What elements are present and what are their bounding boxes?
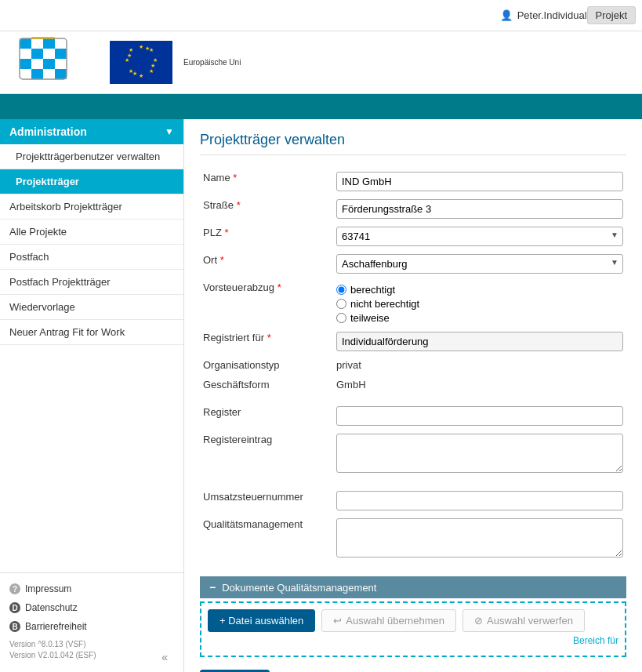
- sidebar-item-postfach-pt[interactable]: Postfach Projektträger: [0, 270, 183, 295]
- svg-text:★: ★: [149, 68, 154, 74]
- barrierefreiheit-label: Barrierefreiheit: [25, 621, 87, 632]
- user-info: 👤 Peter.Individual: [500, 9, 587, 21]
- auswahl-uebernehmen-button[interactable]: ↩ Auswahl übernehmen: [321, 609, 456, 632]
- registriert-input: [336, 332, 623, 351]
- svg-rect-10: [31, 59, 43, 69]
- svg-rect-6: [31, 49, 43, 59]
- radio-teilweise-input[interactable]: [336, 313, 346, 323]
- svg-text:★: ★: [153, 57, 158, 63]
- svg-rect-15: [43, 69, 55, 79]
- header-logos: ★ ★ ★ ★ ★ ★ ★ ★ ★ ★ ★ ★ Europäische Uni: [0, 31, 642, 94]
- spacer-row2: [200, 479, 626, 487]
- sidebar-item-label: Alle Projekte: [9, 226, 67, 238]
- sidebar-item-postfach[interactable]: Postfach: [0, 245, 183, 270]
- sidebar-item-wiedervorlage[interactable]: Wiedervorlage: [0, 295, 183, 320]
- radio-berechtigt[interactable]: berechtigt: [336, 284, 623, 296]
- section-dokumente-label: Dokumente Qualitätsmanagement: [222, 582, 376, 594]
- datenschutz-label: Datenschutz: [25, 602, 78, 613]
- sidebar-datenschutz[interactable]: D Datenschutz: [0, 598, 183, 617]
- ban-icon: ⊘: [474, 615, 483, 627]
- datenschutz-icon: D: [9, 602, 20, 613]
- svg-rect-1: [20, 38, 31, 49]
- bavaria-logo: [8, 35, 94, 90]
- geschaeftsform-value: GmbH: [336, 375, 366, 390]
- section-toggle-icon: −: [209, 581, 216, 594]
- svg-text:★: ★: [139, 73, 143, 78]
- strasse-input[interactable]: [336, 199, 623, 219]
- register-input[interactable]: [336, 406, 623, 426]
- qualitaetsmanagement-textarea[interactable]: [336, 518, 623, 558]
- sidebar-item-neuer-antrag[interactable]: Neuer Antrag Fit for Work: [0, 320, 183, 345]
- form-row-organisationstyp: Organisationstyp privat: [200, 355, 626, 375]
- radio-nicht-berechtigt-input[interactable]: [336, 299, 346, 309]
- svg-text:★: ★: [127, 53, 132, 58]
- name-input[interactable]: [336, 172, 623, 191]
- plz-label: PLZ *: [200, 223, 333, 250]
- content-area: Projektträger verwalten Name *: [184, 119, 642, 672]
- sidebar-item-arbeitskorb[interactable]: Arbeitskorb Projektträger: [0, 194, 183, 220]
- form-row-registriert: Registriert für *: [200, 328, 626, 355]
- svg-rect-9: [20, 59, 31, 69]
- sidebar-item-label: Arbeitskorb Projektträger: [9, 201, 122, 212]
- radio-berechtigt-input[interactable]: [336, 285, 346, 295]
- sidebar-admin-header[interactable]: Administration ▼: [0, 119, 183, 144]
- form-row-geschaeftsform: Geschäftsform GmbH: [200, 375, 626, 394]
- organisationstyp-value: privat: [336, 355, 361, 371]
- qualitaetsmanagement-label: Qualitätsmanagement: [200, 514, 333, 564]
- svg-marker-18: [31, 37, 55, 38]
- sidebar-item-label: Projektträgerbenutzer verwalten: [16, 151, 160, 162]
- sidebar-impressum[interactable]: ? Impressum: [0, 579, 183, 598]
- umsatzsteuer-input[interactable]: [336, 491, 623, 510]
- svg-rect-7: [43, 49, 55, 59]
- svg-text:★: ★: [132, 71, 137, 76]
- admin-label: Administration: [9, 125, 87, 138]
- form-table: Name * Straße *: [200, 168, 626, 564]
- datei-auswaehlen-button[interactable]: + Datei auswählen: [208, 609, 315, 632]
- user-icon: 👤: [500, 9, 513, 21]
- sidebar: Administration ▼ Projektträgerbenutzer v…: [0, 119, 184, 672]
- ort-select-wrapper: Aschaffenburg: [336, 254, 623, 274]
- sidebar-item-label: Projektträger: [16, 176, 79, 187]
- sidebar-barrierefreiheit[interactable]: B Barrierefreiheit: [0, 617, 183, 636]
- page-title: Projektträger verwalten: [200, 132, 626, 155]
- svg-text:★: ★: [145, 45, 150, 51]
- required-star: *: [233, 172, 237, 183]
- eu-label: Europäische Uni: [183, 58, 241, 67]
- main-layout: Administration ▼ Projektträgerbenutzer v…: [0, 119, 642, 672]
- form-row-register: Register: [200, 402, 626, 430]
- ort-label: Ort *: [200, 250, 333, 278]
- name-label: Name *: [200, 168, 333, 195]
- section-dokumente-header[interactable]: − Dokumente Qualitätsmanagement: [200, 576, 626, 598]
- organisationstyp-label: Organisationstyp: [200, 355, 333, 375]
- sidebar-item-projekttraegerbenutzer[interactable]: Projektträgerbenutzer verwalten: [0, 144, 183, 169]
- app-container: 👤 Peter.Individual Projekt: [0, 0, 642, 672]
- radio-teilweise[interactable]: teilweise: [336, 312, 623, 324]
- registereintrag-textarea[interactable]: [336, 434, 623, 473]
- svg-rect-3: [43, 38, 55, 49]
- ort-select[interactable]: Aschaffenburg: [336, 254, 623, 274]
- form-row-qualitaetsmanagement: Qualitätsmanagement: [200, 514, 626, 564]
- spacer-row: [200, 394, 626, 402]
- sidebar-collapse-button[interactable]: «: [155, 650, 174, 666]
- auswahl-verwerfen-button[interactable]: ⊘ Auswahl verwerfen: [462, 609, 585, 632]
- sidebar-item-projekttraeger[interactable]: Projektträger: [0, 169, 183, 194]
- svg-rect-12: [55, 59, 67, 69]
- barrierefreiheit-icon: B: [9, 621, 20, 632]
- sidebar-item-label: Postfach Projektträger: [9, 276, 111, 288]
- projekt-button[interactable]: Projekt: [587, 6, 636, 24]
- geschaeftsform-label: Geschäftsform: [200, 375, 333, 394]
- radio-nicht-berechtigt[interactable]: nicht berechtigt: [336, 298, 623, 310]
- svg-text:★: ★: [129, 47, 133, 53]
- svg-text:★: ★: [139, 44, 143, 49]
- form-row-umsatzsteuer: Umsatzsteuernummer: [200, 487, 626, 514]
- sidebar-item-alle-projekte[interactable]: Alle Projekte: [0, 220, 183, 245]
- svg-rect-5: [20, 49, 31, 59]
- impressum-label: Impressum: [25, 583, 71, 594]
- form-row-ort: Ort * Aschaffenburg: [200, 250, 626, 278]
- form-row-plz: PLZ * 63741: [200, 223, 626, 250]
- svg-rect-11: [43, 59, 55, 69]
- upload-area-note: Bereich für: [208, 632, 618, 649]
- plz-select[interactable]: 63741: [336, 227, 623, 246]
- name-cell: [333, 168, 626, 195]
- file-upload-area: + Datei auswählen ↩ Auswahl übernehmen ⊘…: [200, 601, 626, 657]
